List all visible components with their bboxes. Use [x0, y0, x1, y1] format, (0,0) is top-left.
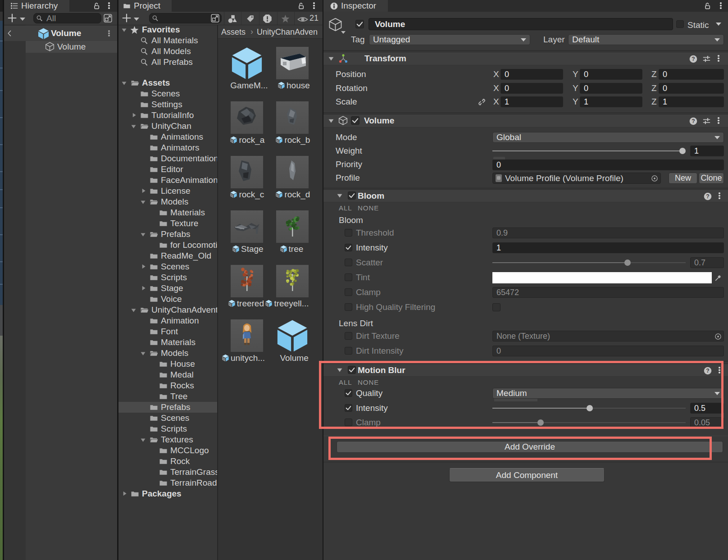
svg-text:?: ? [706, 193, 709, 200]
svg-text:?: ? [692, 118, 695, 124]
svg-text:?: ? [692, 56, 695, 62]
